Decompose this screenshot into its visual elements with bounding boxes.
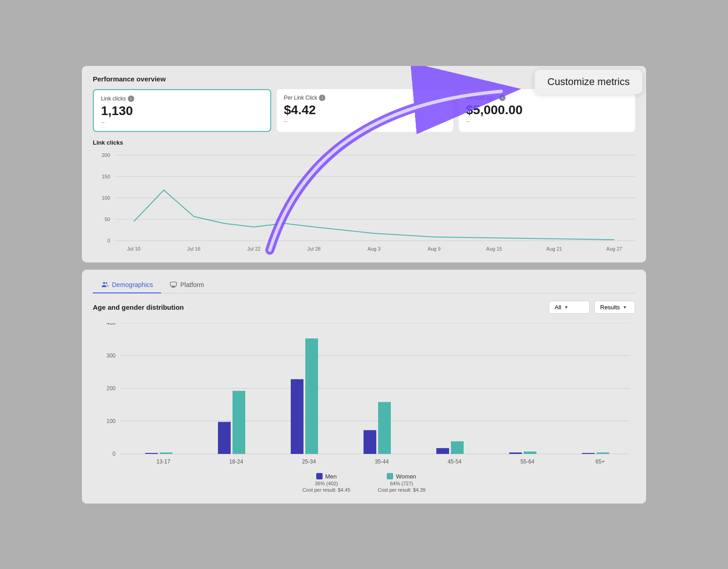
legend-sub2-women: Cost per result: $4.39 [378,487,425,493]
svg-rect-22 [171,282,177,286]
bar-men-18-24 [218,422,231,453]
bar-women-35-44 [378,402,391,453]
bar-women-45-54 [451,441,464,454]
bar-chart-wrapper: 0 100 200 300 400 13-17 18-24 [93,323,635,468]
svg-point-20 [103,282,106,284]
bar-men-13-17 [145,453,158,453]
legend-label-men: Men [325,473,337,480]
legend-sub1-women: 64% (727) [390,481,413,486]
metric-value-amount-spent: $5,000.00 [466,103,628,117]
line-chart-wrapper: 0 50 100 150 200 Jul 10 Jul 16 Jul 22 Ju… [93,151,635,255]
filter-all[interactable]: All ▼ [549,301,590,314]
tab-platform[interactable]: Platform [161,277,212,293]
filter-results[interactable]: Results ▼ [594,301,635,314]
bar-men-55-64 [509,452,522,453]
svg-text:13-17: 13-17 [157,458,171,464]
bar-men-45-54 [436,448,449,454]
svg-text:55-64: 55-64 [521,458,535,464]
svg-text:Aug 27: Aug 27 [607,246,622,252]
customize-metrics-tooltip: Customize metrics [535,70,642,94]
bar-men-65plus [582,453,595,453]
svg-text:0: 0 [112,450,116,457]
demo-section-title: Age and gender distribution [93,303,184,311]
line-chart-section: Link clicks 0 50 100 150 200 Jul 1 [93,139,635,262]
metric-label-per-link-click: Per Link Click i [284,95,446,101]
metrics-row: Link clicks i 1,130 -- Per Link Click i … [93,89,635,132]
svg-text:100: 100 [102,195,110,201]
svg-text:200: 200 [102,152,110,158]
svg-text:0: 0 [107,238,110,243]
metric-label-link-clicks: Link clicks i [101,96,263,102]
bar-women-13-17 [160,452,172,453]
legend-item-women: Women 64% (727) Cost per result: $4.39 [378,473,425,493]
bar-chart-svg: 0 100 200 300 400 13-17 18-24 [93,323,635,468]
svg-point-21 [106,282,107,283]
legend-sub1-men: 36% (402) [315,481,338,486]
svg-text:400: 400 [106,323,116,326]
metric-value-link-clicks: 1,130 [101,104,263,118]
metric-sub-link-clicks: -- [101,119,263,126]
svg-text:Aug 21: Aug 21 [546,246,562,252]
bar-women-18-24 [233,391,245,454]
legend-label-women: Women [396,473,416,480]
bar-women-55-64 [524,451,536,453]
legend-sub2-men: Cost per result: $4.45 [303,487,350,493]
metric-card-per-link-click[interactable]: Per Link Click i $4.42 -- [277,89,453,132]
bar-women-65plus [597,452,609,453]
legend-swatch-men [316,473,323,479]
line-chart-title: Link clicks [93,139,635,146]
filter-results-label: Results [600,304,620,311]
svg-text:Jul 10: Jul 10 [127,246,140,252]
svg-text:100: 100 [106,418,116,424]
demographics-panel: Demographics Platform Age and gender dis… [82,270,646,504]
filter-row: All ▼ Results ▼ [549,301,635,314]
demo-header: Age and gender distribution All ▼ Result… [93,301,635,314]
svg-text:65+: 65+ [596,458,605,464]
metric-card-link-clicks[interactable]: Link clicks i 1,130 -- [93,89,271,132]
svg-text:35-44: 35-44 [375,458,389,464]
bar-men-35-44 [364,430,376,453]
tab-demographics-label: Demographics [112,281,153,288]
metric-label-amount-spent: Amount sp… i [466,95,628,101]
metric-card-amount-spent[interactable]: Amount sp… i $5,000.00 -- [459,89,635,132]
svg-text:18-24: 18-24 [229,458,243,464]
chevron-down-icon-all: ▼ [564,305,568,310]
chevron-down-icon-results: ▼ [622,305,627,310]
info-icon-per-link-click[interactable]: i [319,95,325,101]
svg-text:150: 150 [102,174,110,179]
performance-panel: Performance overview Customize metrics L… [82,66,646,262]
legend-row: Men 36% (402) Cost per result: $4.45 Wom… [93,473,635,493]
bar-women-25-34 [305,338,318,454]
tab-demographics[interactable]: Demographics [93,277,161,293]
metric-sub-per-link-click: -- [284,118,446,125]
main-container: Performance overview Customize metrics L… [82,66,646,504]
info-icon-link-clicks[interactable]: i [128,96,134,102]
svg-text:45-54: 45-54 [448,458,462,464]
svg-text:Aug 3: Aug 3 [368,246,381,252]
svg-text:300: 300 [106,352,116,358]
svg-text:Aug 9: Aug 9 [428,246,441,252]
svg-text:Jul 28: Jul 28 [307,246,320,252]
bar-men-25-34 [291,379,303,453]
info-icon-amount-spent[interactable]: i [499,95,506,101]
svg-text:Aug 15: Aug 15 [486,246,502,252]
platform-icon [169,281,177,289]
svg-text:25-34: 25-34 [302,458,316,464]
svg-text:Jul 22: Jul 22 [247,246,260,252]
metric-value-per-link-click: $4.42 [284,103,446,117]
svg-text:50: 50 [105,217,110,222]
legend-swatch-women [387,473,393,479]
filter-all-label: All [555,304,561,311]
legend-item-men: Men 36% (402) Cost per result: $4.45 [303,473,350,493]
tabs-row: Demographics Platform [93,277,635,293]
metric-sub-amount-spent: -- [466,118,628,125]
svg-text:Jul 16: Jul 16 [187,246,200,252]
tab-platform-label: Platform [180,281,204,288]
svg-text:200: 200 [106,385,116,391]
line-chart-svg: 0 50 100 150 200 Jul 10 Jul 16 Jul 22 Ju… [93,151,635,255]
demographics-icon [101,281,109,289]
